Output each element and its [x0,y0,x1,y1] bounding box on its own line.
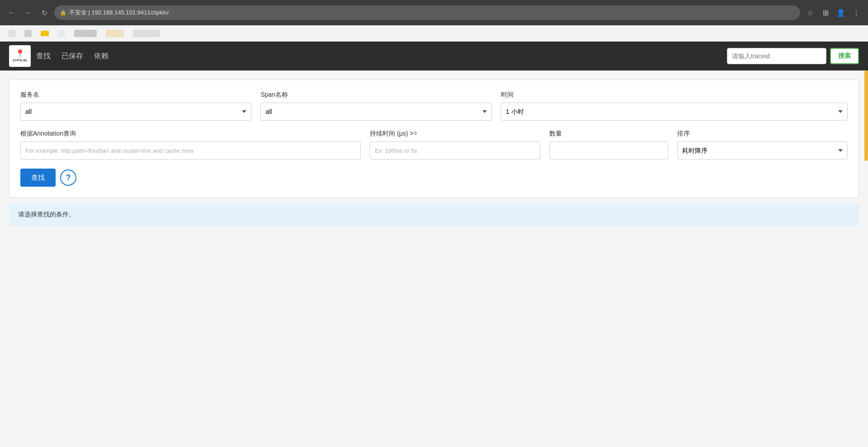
main-content: 服务名 all Span名称 all 时间 1 小时 2 小时 6 小时 12 … [0,71,868,447]
bookmarks-bar [0,25,868,42]
info-panel: 请选择查找的条件。 [9,203,859,226]
button-row: 查找 ? [20,169,848,187]
duration-input[interactable] [370,141,540,160]
bookmark-1[interactable] [5,28,19,39]
find-button[interactable]: 查找 [20,169,56,187]
browser-chrome: ← → ↻ 🔒 不安全 | 192.168.145.101:9411/zipki… [0,0,868,25]
back-button[interactable]: ← [5,6,18,19]
nav-link-search[interactable]: 查找 [36,52,51,61]
search-panel: 服务名 all Span名称 all 时间 1 小时 2 小时 6 小时 12 … [9,80,859,198]
reload-button[interactable]: ↻ [38,6,51,19]
bookmark-favicon-2 [24,30,32,37]
sort-label: 排序 [677,130,848,138]
nav-link-saved[interactable]: 已保存 [61,52,83,61]
span-select[interactable]: all [260,103,491,121]
address-bar[interactable]: 🔒 不安全 | 192.168.145.101:9411/zipkin/ [54,5,800,20]
help-button[interactable]: ? [60,169,76,186]
scrollbar-indicator[interactable] [864,71,868,161]
time-group: 时间 1 小时 2 小时 6 小时 12 小时 1 天 [501,91,848,121]
time-label: 时间 [501,91,848,99]
service-label: 服务名 [20,91,251,99]
traceid-search-button[interactable]: 搜索 [830,48,859,64]
zipkin-logo-text: ZIPKIN [13,59,27,63]
count-label: 数量 [549,130,669,138]
profile-button[interactable]: 👤 [835,6,847,19]
bookmark-6[interactable] [102,28,127,39]
annotation-input[interactable] [20,141,361,160]
info-message: 请选择查找的条件。 [18,211,75,218]
sort-select[interactable]: 耗时降序 耗时升序 时间降序 时间升序 [677,141,848,160]
annotation-group: 根据Annotation查询 [20,130,361,160]
bookmark-favicon-4 [58,30,65,37]
sort-group: 排序 耗时降序 耗时升序 时间降序 时间升序 [677,130,848,160]
count-group: 数量 10 [549,130,669,160]
bookmark-favicon-1 [8,30,15,37]
lock-icon: 🔒 [60,9,66,16]
bookmark-2[interactable] [21,28,35,39]
bookmark-favicon-3 [41,31,49,36]
bookmark-favicon-5 [74,30,97,37]
bookmark-3[interactable] [37,29,52,38]
bookmark-favicon-6 [106,30,124,37]
zipkin-logo: 📍 ZIPKIN [9,45,31,67]
bookmark-star-button[interactable]: ☆ [804,6,816,19]
zipkin-navbar: 📍 ZIPKIN 查找 已保存 依赖 搜索 [0,42,868,71]
time-select[interactable]: 1 小时 2 小时 6 小时 12 小时 1 天 [501,103,848,121]
bookmark-4[interactable] [54,28,69,39]
extensions-button[interactable]: ⊞ [819,6,832,19]
traceid-input[interactable] [727,48,826,64]
bookmark-5[interactable] [71,28,100,39]
zipkin-nav-links: 查找 已保存 依赖 [36,52,108,61]
count-input[interactable]: 10 [549,141,669,160]
duration-label: 持续时间 (μs) >= [370,130,540,138]
service-select[interactable]: all [20,103,251,121]
form-row-2: 根据Annotation查询 持续时间 (μs) >= 数量 10 排序 耗时降… [20,130,848,160]
forward-button[interactable]: → [22,6,34,19]
bookmark-favicon-7 [133,30,160,37]
zipkin-search-area: 搜索 [727,48,859,64]
span-group: Span名称 all [260,91,491,121]
form-row-1: 服务名 all Span名称 all 时间 1 小时 2 小时 6 小时 12 … [20,91,848,121]
annotation-label: 根据Annotation查询 [20,130,361,138]
nav-link-dependency[interactable]: 依赖 [94,52,108,61]
bookmark-7[interactable] [129,28,164,39]
menu-button[interactable]: ⋮ [850,6,863,19]
service-group: 服务名 all [20,91,251,121]
zipkin-pin-icon: 📍 [15,50,25,59]
span-label: Span名称 [260,91,491,99]
zipkin-brand: 📍 ZIPKIN 查找 已保存 依赖 [9,45,108,67]
duration-group: 持续时间 (μs) >= [370,130,540,160]
browser-actions: ☆ ⊞ 👤 ⋮ [804,6,863,19]
url-text: 不安全 | 192.168.145.101:9411/zipkin/ [69,9,169,17]
